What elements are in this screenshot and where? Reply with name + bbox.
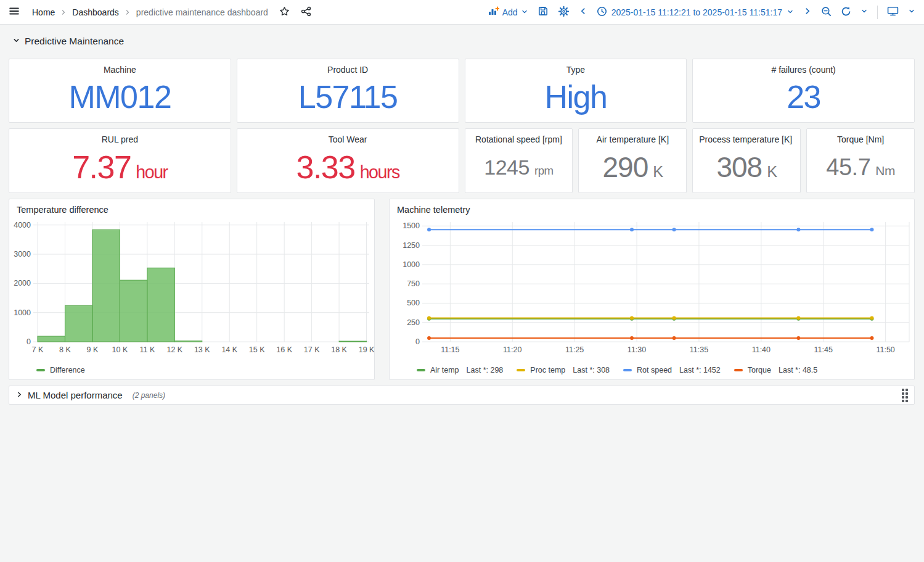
- axis-tick-label: 2000: [14, 279, 31, 287]
- tv-mode-button[interactable]: [887, 6, 899, 19]
- axis-tick-label: 750: [407, 279, 420, 288]
- time-shift-back-button[interactable]: [579, 7, 587, 17]
- histogram-bar[interactable]: [38, 336, 65, 342]
- axis-tick-label: 11:45: [814, 345, 833, 354]
- data-point[interactable]: [630, 316, 634, 320]
- zoom-out-time-button[interactable]: [821, 6, 832, 19]
- panel-title[interactable]: Tool Wear: [243, 134, 452, 146]
- share-button[interactable]: [301, 6, 311, 19]
- stat-panel-product-id: Product ID L57115: [237, 59, 459, 123]
- time-range-text: 2025-01-15 11:12:21 to 2025-01-15 11:51:…: [611, 7, 782, 17]
- menu-toggle-button[interactable]: [9, 6, 20, 19]
- data-point[interactable]: [427, 316, 431, 320]
- panel-title[interactable]: Rotational speed [rpm]: [472, 134, 566, 146]
- legend-last-value: Last *: 48.5: [779, 366, 817, 374]
- axis-tick-label: 13 K: [194, 345, 210, 354]
- refresh-interval-dropdown[interactable]: [861, 7, 868, 17]
- data-point[interactable]: [427, 336, 431, 340]
- legend-last-value: Last *: 308: [573, 366, 610, 374]
- top-navbar: Home Dashboards predictive maintenance d…: [0, 0, 924, 25]
- panel-title[interactable]: Type: [472, 65, 681, 76]
- axis-tick-label: 1500: [403, 221, 420, 230]
- legend-last-value: Last *: 298: [467, 366, 504, 374]
- refresh-button[interactable]: [841, 6, 851, 19]
- histogram-bar[interactable]: [65, 305, 92, 342]
- tv-mode-dropdown[interactable]: [908, 7, 915, 17]
- data-point[interactable]: [796, 336, 800, 340]
- axis-tick-label: 11:30: [628, 345, 646, 354]
- data-point[interactable]: [673, 316, 676, 320]
- add-panel-button[interactable]: Add: [488, 6, 528, 18]
- chevron-right-icon: [124, 9, 131, 16]
- panel-title[interactable]: Process temperature [K]: [699, 134, 794, 146]
- panel-title[interactable]: # failures (count): [699, 65, 908, 76]
- breadcrumb-home[interactable]: Home: [32, 7, 55, 17]
- breadcrumb-dashboards[interactable]: Dashboards: [72, 7, 119, 17]
- caret-down-icon: [861, 7, 868, 17]
- stat-value: High: [544, 81, 607, 113]
- panel-title[interactable]: Machine telemetry: [390, 199, 914, 216]
- row-title: ML Model performance: [28, 390, 123, 400]
- axis-tick-label: 8 K: [59, 345, 71, 354]
- row-predictive-maintenance[interactable]: Predictive Maintenance: [12, 36, 124, 47]
- panel-title[interactable]: Machine: [15, 65, 224, 76]
- axis-tick-label: 14 K: [221, 345, 237, 354]
- legend-item-torque[interactable]: TorqueLast *: 48.5: [734, 366, 817, 374]
- legend-label: Rot speed: [637, 366, 672, 374]
- save-dashboard-button[interactable]: [538, 6, 549, 19]
- histogram-bar[interactable]: [147, 268, 174, 342]
- row-ml-model-performance[interactable]: ML Model performance (2 panels): [9, 386, 915, 405]
- data-point[interactable]: [630, 336, 634, 340]
- data-point[interactable]: [630, 228, 634, 231]
- dashboard-settings-button[interactable]: [558, 6, 570, 19]
- time-range-picker[interactable]: 2025-01-15 11:12:21 to 2025-01-15 11:51:…: [597, 6, 794, 19]
- data-point[interactable]: [673, 336, 676, 340]
- star-icon: [279, 6, 290, 19]
- panel-title[interactable]: Temperature difference: [9, 199, 374, 216]
- histogram-bar[interactable]: [120, 280, 147, 342]
- telemetry-legend: Air tempLast *: 298Proc tempLast *: 308R…: [390, 366, 914, 379]
- histogram-bar[interactable]: [339, 341, 366, 342]
- charts-row: Temperature difference 7 K8 K9 K10 K11 K…: [9, 199, 915, 380]
- axis-tick-label: 11:40: [752, 345, 771, 354]
- angle-right-icon: [803, 7, 812, 17]
- axis-tick-label: 500: [407, 299, 420, 307]
- axis-tick-label: 0: [27, 337, 31, 346]
- add-panel-icon: [488, 6, 499, 18]
- monitor-icon: [887, 6, 899, 19]
- axis-tick-label: 9 K: [87, 345, 99, 354]
- stat-value: 308K: [716, 153, 777, 181]
- legend-item-proc-temp[interactable]: Proc tempLast *: 308: [517, 366, 610, 374]
- axis-tick-label: 11:20: [503, 345, 521, 354]
- panel-title[interactable]: Torque [Nm]: [813, 134, 908, 146]
- stat-panel-type: Type High: [465, 59, 687, 123]
- panel-title[interactable]: RUL pred: [15, 134, 224, 146]
- legend-item-air-temp[interactable]: Air tempLast *: 298: [417, 366, 503, 374]
- breadcrumb: Home Dashboards predictive maintenance d…: [32, 7, 268, 17]
- data-point[interactable]: [870, 228, 873, 231]
- stat-panel-rotational-speed: Rotational speed [rpm] 1245rpm: [465, 128, 573, 193]
- stat-unit: rpm: [534, 164, 554, 177]
- data-point[interactable]: [796, 316, 800, 320]
- stat-unit: K: [653, 163, 663, 180]
- row-drag-handle[interactable]: [902, 389, 908, 402]
- axis-tick-label: 16 K: [276, 345, 292, 354]
- stat-panel-process-temperature: Process temperature [K] 308K: [692, 128, 801, 193]
- panel-title[interactable]: Product ID: [243, 65, 452, 76]
- legend-item-rot-speed[interactable]: Rot speedLast *: 1452: [623, 366, 721, 374]
- data-point[interactable]: [796, 228, 800, 231]
- legend-item-difference[interactable]: Difference: [36, 366, 85, 374]
- stat-unit: hours: [360, 162, 399, 182]
- stat-panel-tool-wear: Tool Wear 3.33hours: [237, 128, 459, 193]
- telemetry-svg: 025050075010001250150011:1511:2011:2511:…: [390, 216, 913, 358]
- histogram-bar[interactable]: [92, 229, 120, 342]
- save-icon: [538, 6, 549, 19]
- data-point[interactable]: [870, 316, 873, 320]
- data-point[interactable]: [673, 228, 676, 231]
- data-point[interactable]: [427, 228, 431, 231]
- data-point[interactable]: [870, 336, 873, 340]
- histogram-bar[interactable]: [174, 341, 202, 342]
- panel-title[interactable]: Air temperature [K]: [585, 134, 680, 146]
- favorite-star-button[interactable]: [279, 6, 290, 19]
- time-shift-forward-button[interactable]: [803, 7, 812, 17]
